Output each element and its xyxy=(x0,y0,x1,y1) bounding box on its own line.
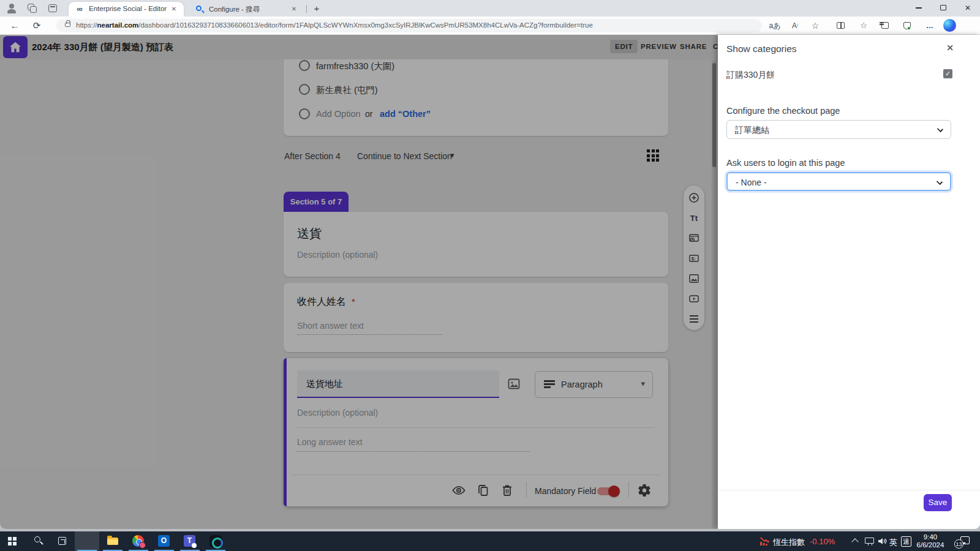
question-card-recipient-name[interactable]: 收件人姓名* Short answer text xyxy=(284,283,668,352)
add-other-link[interactable]: add “Other” xyxy=(380,109,431,119)
add-image-icon[interactable] xyxy=(684,269,704,288)
close-icon[interactable]: ✕ xyxy=(943,41,957,54)
tab-close-icon[interactable]: ✕ xyxy=(289,4,299,14)
stock-name[interactable]: 恆生指數 xyxy=(773,537,805,548)
checkout-page-label: Configure the checkout page xyxy=(726,106,840,116)
copilot-icon[interactable] xyxy=(943,19,956,32)
window-minimize-button[interactable] xyxy=(907,0,931,16)
profile-icon[interactable] xyxy=(6,3,17,14)
chevron-down-icon[interactable]: ▾ xyxy=(450,151,454,160)
show-categories-panel: Show categories ✕ 訂購330月餅 ✓ Configure th… xyxy=(718,35,980,529)
preview-eye-icon[interactable] xyxy=(451,483,466,498)
browser-tabstrip: ∞ Enterprise Social - Editor ✕ Configure… xyxy=(0,0,980,17)
tab-actions-icon[interactable] xyxy=(48,3,59,14)
show-hidden-icons-icon[interactable] xyxy=(851,538,858,545)
add-video-icon[interactable] xyxy=(684,290,704,308)
section-title[interactable]: 送貨 xyxy=(297,225,322,242)
tab-title: Enterprise Social - Editor xyxy=(89,5,167,12)
scrollbar-thumb[interactable] xyxy=(712,63,716,167)
network-icon[interactable] xyxy=(865,538,874,544)
description-underline xyxy=(297,427,655,428)
taskbar-file-explorer[interactable] xyxy=(100,531,125,551)
favorites-hub-icon[interactable]: ☆ xyxy=(856,20,872,32)
translate-icon[interactable]: aあ xyxy=(767,20,783,32)
taskbar-clock[interactable]: 9:406/6/2024 xyxy=(911,533,949,549)
section-description-placeholder[interactable]: Description (optional) xyxy=(297,250,378,260)
save-button[interactable]: Save xyxy=(924,494,952,511)
import-questions-icon[interactable] xyxy=(684,229,704,247)
form-title: 2024年 330月餅 (望月製造) 預訂表 xyxy=(32,42,173,53)
nav-edit[interactable]: EDIT xyxy=(610,40,638,53)
add-text-icon[interactable]: Tt xyxy=(684,209,704,227)
taskbar-teams[interactable]: T xyxy=(178,531,202,551)
notification-count-badge: 13 xyxy=(954,539,963,549)
question-type-value: Paragraph xyxy=(561,380,603,389)
question-label: 收件人姓名* xyxy=(297,296,355,309)
add-question-icon[interactable] xyxy=(684,189,704,207)
browser-essentials-icon[interactable] xyxy=(899,20,915,32)
stock-ticker-icon[interactable] xyxy=(760,536,770,549)
nav-share[interactable]: SHARE xyxy=(680,43,707,50)
task-view-button[interactable] xyxy=(50,531,75,551)
add-payment-icon[interactable]: $: xyxy=(684,249,704,268)
delete-trash-icon[interactable] xyxy=(500,483,514,498)
window-close-button[interactable]: ✕ xyxy=(956,0,980,16)
checkout-page-select[interactable]: 訂單總結 xyxy=(726,120,951,139)
question-type-dropdown[interactable]: Paragraph ▾ xyxy=(535,371,653,398)
description-placeholder[interactable]: Description (optional) xyxy=(297,408,378,418)
ime-language-indicator[interactable]: 英 xyxy=(889,537,897,548)
taskbar-edge[interactable] xyxy=(75,531,99,551)
add-option-button[interactable]: Add Option xyxy=(316,109,361,119)
address-bar[interactable]: https://neartail.com/dashboard/101632937… xyxy=(56,19,762,32)
tab-enterprise-social-editor[interactable]: ∞ Enterprise Social - Editor ✕ xyxy=(69,2,184,17)
lock-icon xyxy=(65,23,70,27)
mandatory-toggle[interactable] xyxy=(597,485,620,497)
taskbar-search-button[interactable] xyxy=(26,531,50,551)
nav-preview[interactable]: PREVIEW xyxy=(641,43,677,50)
taskbar-outlook[interactable]: O xyxy=(152,531,176,551)
radio-option-row: farmfresh330 (大圍) xyxy=(284,59,668,74)
outlook-icon: O xyxy=(158,535,170,547)
add-section-icon[interactable] xyxy=(684,310,704,328)
settings-more-icon[interactable]: … xyxy=(922,20,938,32)
start-button[interactable] xyxy=(0,531,24,551)
paragraph-icon xyxy=(544,380,555,389)
workspaces-icon[interactable] xyxy=(27,3,38,14)
read-aloud-icon[interactable]: A xyxy=(787,20,803,32)
refresh-icon[interactable]: ⟳ xyxy=(29,19,44,32)
login-select-focused[interactable]: - None - xyxy=(726,172,951,191)
after-section-select[interactable]: Continue to Next Section xyxy=(357,151,452,161)
task-view-icon xyxy=(58,537,66,545)
question-title-input[interactable]: 送貨地址 xyxy=(297,370,499,398)
split-screen-icon[interactable] xyxy=(833,20,849,32)
tab-configure-search[interactable]: Configure - 搜尋 ✕ xyxy=(189,2,304,17)
card-toolbar-divider xyxy=(291,474,661,475)
duplicate-icon[interactable] xyxy=(476,483,491,498)
category-checkbox[interactable]: ✓ xyxy=(943,69,952,78)
question-card-delivery-address-selected[interactable]: 送貨地址 Paragraph ▾ Description (optional) … xyxy=(284,358,668,506)
drag-grid-icon[interactable] xyxy=(647,149,659,162)
collections-icon[interactable] xyxy=(877,20,893,32)
url-protocol: https:// xyxy=(76,21,97,29)
settings-gear-icon[interactable] xyxy=(637,483,652,498)
radio-button-icon[interactable] xyxy=(299,60,310,71)
add-image-icon[interactable] xyxy=(507,377,521,391)
webex-icon xyxy=(209,535,222,547)
search-icon xyxy=(34,536,40,542)
new-tab-button[interactable]: + xyxy=(311,2,323,15)
back-icon[interactable]: ← xyxy=(7,19,22,32)
section-header-card[interactable]: 送貨 Description (optional) xyxy=(284,212,668,277)
add-favorite-icon[interactable]: ☆ xyxy=(807,20,823,32)
radio-button-icon[interactable] xyxy=(299,84,310,95)
window-maximize-button[interactable] xyxy=(931,0,956,16)
tab-close-icon[interactable]: ✕ xyxy=(169,4,179,14)
taskbar-webex[interactable] xyxy=(203,531,228,551)
volume-icon[interactable] xyxy=(878,537,887,548)
panel-footer-divider xyxy=(718,490,980,490)
stock-change[interactable]: -0.10% xyxy=(810,537,835,546)
home-button[interactable] xyxy=(3,36,28,58)
long-answer-placeholder: Long answer text xyxy=(297,437,363,447)
chevron-down-icon: ▾ xyxy=(641,379,645,388)
ime-mode-icon[interactable]: 速 xyxy=(901,536,911,547)
taskbar-chrome[interactable] xyxy=(126,531,151,551)
